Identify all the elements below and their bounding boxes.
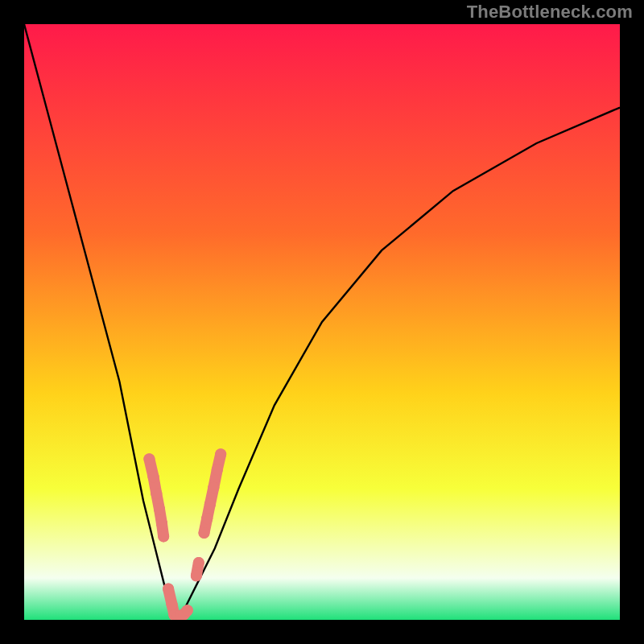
bead [199, 527, 210, 539]
bead [143, 453, 155, 464]
watermark-label: TheBottleneck.com [467, 3, 633, 21]
bead [156, 518, 167, 529]
bead [163, 584, 174, 595]
bead [167, 599, 178, 610]
plot-svg [24, 24, 620, 620]
bead [201, 513, 213, 524]
bead [154, 503, 165, 514]
plot-area [24, 24, 620, 620]
chart-stage: TheBottleneck.com [0, 0, 644, 644]
bead [182, 605, 193, 616]
bead [193, 557, 204, 568]
bead [151, 488, 162, 499]
bead [204, 498, 216, 510]
bead [215, 448, 226, 460]
bead [212, 464, 223, 476]
bead [191, 570, 202, 581]
bead [148, 471, 159, 482]
bead [208, 482, 219, 493]
bead [158, 530, 169, 542]
